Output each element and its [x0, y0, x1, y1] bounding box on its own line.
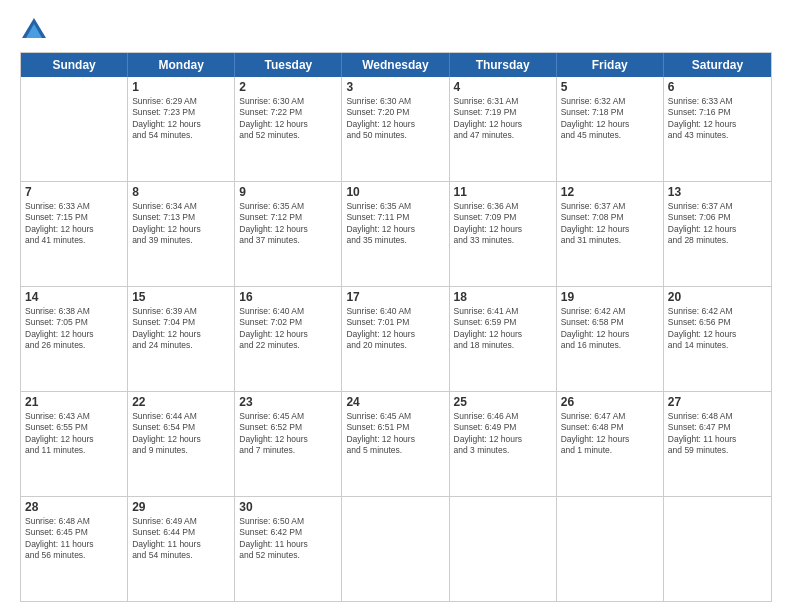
day-number: 24 [346, 395, 444, 409]
day-info: Sunrise: 6:45 AM Sunset: 6:51 PM Dayligh… [346, 411, 444, 457]
day-number: 23 [239, 395, 337, 409]
calendar-row-2: 7Sunrise: 6:33 AM Sunset: 7:15 PM Daylig… [21, 181, 771, 286]
day-info: Sunrise: 6:42 AM Sunset: 6:58 PM Dayligh… [561, 306, 659, 352]
calendar-cell: 14Sunrise: 6:38 AM Sunset: 7:05 PM Dayli… [21, 287, 128, 391]
day-info: Sunrise: 6:31 AM Sunset: 7:19 PM Dayligh… [454, 96, 552, 142]
calendar-cell: 12Sunrise: 6:37 AM Sunset: 7:08 PM Dayli… [557, 182, 664, 286]
page: SundayMondayTuesdayWednesdayThursdayFrid… [0, 0, 792, 612]
calendar-cell: 15Sunrise: 6:39 AM Sunset: 7:04 PM Dayli… [128, 287, 235, 391]
day-number: 14 [25, 290, 123, 304]
day-info: Sunrise: 6:43 AM Sunset: 6:55 PM Dayligh… [25, 411, 123, 457]
calendar-header: SundayMondayTuesdayWednesdayThursdayFrid… [21, 53, 771, 77]
day-number: 27 [668, 395, 767, 409]
day-number: 21 [25, 395, 123, 409]
day-number: 7 [25, 185, 123, 199]
header-day-friday: Friday [557, 53, 664, 77]
day-info: Sunrise: 6:47 AM Sunset: 6:48 PM Dayligh… [561, 411, 659, 457]
calendar: SundayMondayTuesdayWednesdayThursdayFrid… [20, 52, 772, 602]
calendar-row-4: 21Sunrise: 6:43 AM Sunset: 6:55 PM Dayli… [21, 391, 771, 496]
day-info: Sunrise: 6:33 AM Sunset: 7:15 PM Dayligh… [25, 201, 123, 247]
calendar-cell: 2Sunrise: 6:30 AM Sunset: 7:22 PM Daylig… [235, 77, 342, 181]
calendar-cell: 24Sunrise: 6:45 AM Sunset: 6:51 PM Dayli… [342, 392, 449, 496]
calendar-cell: 25Sunrise: 6:46 AM Sunset: 6:49 PM Dayli… [450, 392, 557, 496]
day-info: Sunrise: 6:42 AM Sunset: 6:56 PM Dayligh… [668, 306, 767, 352]
header-day-saturday: Saturday [664, 53, 771, 77]
calendar-cell: 28Sunrise: 6:48 AM Sunset: 6:45 PM Dayli… [21, 497, 128, 601]
calendar-row-3: 14Sunrise: 6:38 AM Sunset: 7:05 PM Dayli… [21, 286, 771, 391]
day-info: Sunrise: 6:49 AM Sunset: 6:44 PM Dayligh… [132, 516, 230, 562]
day-number: 30 [239, 500, 337, 514]
calendar-cell: 1Sunrise: 6:29 AM Sunset: 7:23 PM Daylig… [128, 77, 235, 181]
calendar-cell: 5Sunrise: 6:32 AM Sunset: 7:18 PM Daylig… [557, 77, 664, 181]
day-number: 17 [346, 290, 444, 304]
logo-icon [20, 16, 48, 44]
day-info: Sunrise: 6:35 AM Sunset: 7:11 PM Dayligh… [346, 201, 444, 247]
day-number: 19 [561, 290, 659, 304]
day-number: 29 [132, 500, 230, 514]
header-day-monday: Monday [128, 53, 235, 77]
calendar-cell: 11Sunrise: 6:36 AM Sunset: 7:09 PM Dayli… [450, 182, 557, 286]
calendar-cell: 21Sunrise: 6:43 AM Sunset: 6:55 PM Dayli… [21, 392, 128, 496]
header-day-tuesday: Tuesday [235, 53, 342, 77]
calendar-cell: 20Sunrise: 6:42 AM Sunset: 6:56 PM Dayli… [664, 287, 771, 391]
day-number: 26 [561, 395, 659, 409]
header-day-wednesday: Wednesday [342, 53, 449, 77]
calendar-cell: 17Sunrise: 6:40 AM Sunset: 7:01 PM Dayli… [342, 287, 449, 391]
calendar-cell [664, 497, 771, 601]
day-info: Sunrise: 6:38 AM Sunset: 7:05 PM Dayligh… [25, 306, 123, 352]
day-number: 3 [346, 80, 444, 94]
day-number: 5 [561, 80, 659, 94]
calendar-cell [450, 497, 557, 601]
day-number: 4 [454, 80, 552, 94]
calendar-cell: 16Sunrise: 6:40 AM Sunset: 7:02 PM Dayli… [235, 287, 342, 391]
calendar-cell [557, 497, 664, 601]
day-number: 2 [239, 80, 337, 94]
calendar-cell: 3Sunrise: 6:30 AM Sunset: 7:20 PM Daylig… [342, 77, 449, 181]
day-number: 6 [668, 80, 767, 94]
day-info: Sunrise: 6:45 AM Sunset: 6:52 PM Dayligh… [239, 411, 337, 457]
day-number: 11 [454, 185, 552, 199]
day-number: 22 [132, 395, 230, 409]
day-number: 9 [239, 185, 337, 199]
day-info: Sunrise: 6:44 AM Sunset: 6:54 PM Dayligh… [132, 411, 230, 457]
day-info: Sunrise: 6:30 AM Sunset: 7:22 PM Dayligh… [239, 96, 337, 142]
day-info: Sunrise: 6:40 AM Sunset: 7:02 PM Dayligh… [239, 306, 337, 352]
day-info: Sunrise: 6:32 AM Sunset: 7:18 PM Dayligh… [561, 96, 659, 142]
day-info: Sunrise: 6:30 AM Sunset: 7:20 PM Dayligh… [346, 96, 444, 142]
header [20, 16, 772, 44]
calendar-cell: 8Sunrise: 6:34 AM Sunset: 7:13 PM Daylig… [128, 182, 235, 286]
day-number: 10 [346, 185, 444, 199]
calendar-cell: 27Sunrise: 6:48 AM Sunset: 6:47 PM Dayli… [664, 392, 771, 496]
day-number: 15 [132, 290, 230, 304]
calendar-cell [342, 497, 449, 601]
day-number: 1 [132, 80, 230, 94]
day-info: Sunrise: 6:34 AM Sunset: 7:13 PM Dayligh… [132, 201, 230, 247]
calendar-cell: 6Sunrise: 6:33 AM Sunset: 7:16 PM Daylig… [664, 77, 771, 181]
calendar-row-5: 28Sunrise: 6:48 AM Sunset: 6:45 PM Dayli… [21, 496, 771, 601]
day-number: 16 [239, 290, 337, 304]
day-info: Sunrise: 6:33 AM Sunset: 7:16 PM Dayligh… [668, 96, 767, 142]
calendar-cell [21, 77, 128, 181]
day-info: Sunrise: 6:46 AM Sunset: 6:49 PM Dayligh… [454, 411, 552, 457]
calendar-cell: 4Sunrise: 6:31 AM Sunset: 7:19 PM Daylig… [450, 77, 557, 181]
logo [20, 16, 52, 44]
calendar-cell: 26Sunrise: 6:47 AM Sunset: 6:48 PM Dayli… [557, 392, 664, 496]
day-info: Sunrise: 6:36 AM Sunset: 7:09 PM Dayligh… [454, 201, 552, 247]
day-info: Sunrise: 6:50 AM Sunset: 6:42 PM Dayligh… [239, 516, 337, 562]
day-number: 8 [132, 185, 230, 199]
header-day-thursday: Thursday [450, 53, 557, 77]
calendar-cell: 30Sunrise: 6:50 AM Sunset: 6:42 PM Dayli… [235, 497, 342, 601]
day-number: 18 [454, 290, 552, 304]
day-info: Sunrise: 6:48 AM Sunset: 6:45 PM Dayligh… [25, 516, 123, 562]
calendar-body: 1Sunrise: 6:29 AM Sunset: 7:23 PM Daylig… [21, 77, 771, 601]
calendar-cell: 19Sunrise: 6:42 AM Sunset: 6:58 PM Dayli… [557, 287, 664, 391]
day-number: 12 [561, 185, 659, 199]
calendar-cell: 10Sunrise: 6:35 AM Sunset: 7:11 PM Dayli… [342, 182, 449, 286]
calendar-cell: 18Sunrise: 6:41 AM Sunset: 6:59 PM Dayli… [450, 287, 557, 391]
day-info: Sunrise: 6:48 AM Sunset: 6:47 PM Dayligh… [668, 411, 767, 457]
day-info: Sunrise: 6:37 AM Sunset: 7:06 PM Dayligh… [668, 201, 767, 247]
header-day-sunday: Sunday [21, 53, 128, 77]
calendar-cell: 22Sunrise: 6:44 AM Sunset: 6:54 PM Dayli… [128, 392, 235, 496]
calendar-cell: 13Sunrise: 6:37 AM Sunset: 7:06 PM Dayli… [664, 182, 771, 286]
calendar-row-1: 1Sunrise: 6:29 AM Sunset: 7:23 PM Daylig… [21, 77, 771, 181]
